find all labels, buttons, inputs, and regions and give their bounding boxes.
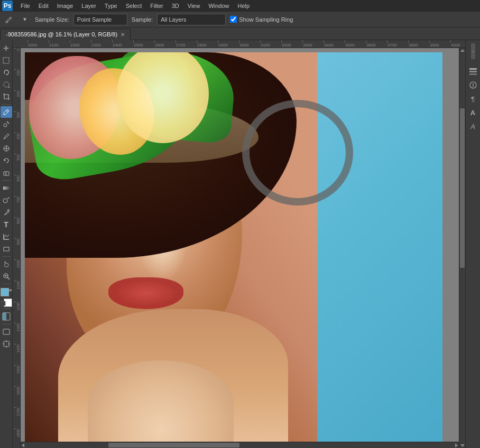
menu-view[interactable]: View [184, 2, 204, 10]
properties-panel-toggle[interactable] [467, 79, 479, 91]
menu-image[interactable]: Image [53, 2, 77, 10]
svg-line-6 [7, 122, 9, 124]
dodge-tool[interactable] [1, 194, 12, 206]
ruler-h-mark: 2800 [197, 40, 218, 48]
toolbar-divider-6 [2, 324, 11, 324]
ruler-h-mark: 2500 [133, 40, 154, 48]
menu-select[interactable]: Select [122, 2, 146, 10]
hand-layer [88, 360, 234, 447]
ruler-v-mark: 1100 [14, 281, 20, 302]
ruler-h-mark: 3400 [324, 40, 345, 48]
screen-mode-tool[interactable] [1, 326, 12, 338]
svg-point-33 [473, 86, 474, 87]
shape-tool[interactable] [1, 243, 12, 255]
ruler-h-mark: 2300 [91, 40, 112, 48]
scroll-right-arrow [455, 443, 458, 447]
character-panel-toggle[interactable]: A [467, 107, 479, 118]
svg-rect-23 [3, 329, 10, 334]
svg-line-3 [8, 87, 10, 88]
menu-edit[interactable]: Edit [35, 2, 52, 10]
ruler-h-mark: 4000 [450, 40, 465, 48]
toolbar-divider-4 [2, 284, 11, 284]
ruler-h-mark: 3000 [239, 40, 260, 48]
menu-layer[interactable]: Layer [78, 2, 100, 10]
lasso-tool[interactable] [1, 67, 12, 78]
menu-type[interactable]: Type [101, 2, 121, 10]
tab-bar: -908359586.jpg @ 16.1% (Layer 0, RGB/8) … [0, 27, 480, 40]
show-sampling-ring-label[interactable]: Show Sampling Ring [239, 16, 293, 23]
reset-colors-icon[interactable]: ⬛ [1, 301, 6, 306]
app-logo: Ps [2, 1, 13, 11]
show-sampling-ring-checkbox[interactable] [230, 16, 237, 23]
brush-tool[interactable] [1, 130, 12, 142]
eyedropper-options-icon[interactable] [3, 14, 15, 25]
hand-tool[interactable] [1, 258, 12, 270]
quick-mask-tool[interactable] [1, 311, 12, 322]
ruler-h-mark: 3800 [408, 40, 429, 48]
ruler-v-mark: 1400 [14, 344, 20, 365]
vertical-scrollbar[interactable] [459, 48, 465, 448]
eraser-tool[interactable] [1, 167, 12, 179]
marquee-tool[interactable] [1, 54, 12, 66]
scroll-left-arrow [22, 443, 24, 447]
panel-collapse-handle[interactable]: « [471, 43, 475, 59]
tab-close-button[interactable]: ✕ [121, 32, 125, 38]
gradient-tool[interactable] [1, 182, 12, 194]
toolbar-divider-5 [2, 309, 11, 309]
ruler-v-mark: 1600 [14, 386, 20, 407]
path-select-tool[interactable] [1, 231, 12, 242]
options-expand-icon[interactable]: ▼ [19, 14, 31, 25]
clone-stamp-tool[interactable] [1, 143, 12, 154]
sample-select[interactable]: All Layers Current Layer Current & Below [157, 14, 226, 25]
pen-tool[interactable] [1, 207, 12, 218]
active-tab[interactable]: -908359586.jpg @ 16.1% (Layer 0, RGB/8) … [0, 29, 131, 40]
scroll-up-arrow [460, 49, 465, 52]
sample-size-dropdown-wrapper[interactable]: Point Sample 3 by 3 Average 5 by 5 Avera… [73, 14, 127, 25]
ruler-v-mark: 1500 [14, 365, 20, 386]
ruler-v-mark: 200 [14, 90, 20, 111]
layers-panel-toggle[interactable] [467, 66, 479, 77]
menu-window[interactable]: Window [205, 2, 233, 10]
libraries-panel-toggle[interactable]: ¶ [467, 93, 479, 105]
horizontal-scrollbar[interactable] [21, 442, 459, 448]
swap-colors-icon[interactable]: ⇄ [8, 288, 12, 293]
lips-layer [108, 277, 183, 309]
foreground-color-swatch[interactable] [1, 288, 9, 296]
history-brush-tool[interactable] [1, 155, 12, 166]
ruler-h-mark: 3200 [281, 40, 302, 48]
options-bar: ▼ Sample Size: Point Sample 3 by 3 Avera… [0, 12, 480, 27]
ruler-v-mark: 800 [14, 217, 20, 238]
photo-canvas[interactable] [25, 52, 442, 447]
toolbar-divider-3 [2, 256, 11, 257]
svg-point-5 [4, 124, 7, 127]
horizontal-ruler: 2000 2100 2200 2300 2400 2500 2600 2700 … [13, 40, 465, 48]
ruler-h-mark: 3700 [387, 40, 408, 48]
ruler-h-mark: 3100 [260, 40, 281, 48]
canvas-area[interactable] [21, 48, 465, 448]
sample-dropdown-wrapper[interactable]: All Layers Current Layer Current & Below [157, 14, 226, 25]
paragraph-panel-toggle[interactable]: A [467, 120, 479, 132]
svg-point-2 [4, 82, 9, 87]
type-tool[interactable]: T [1, 219, 12, 230]
menu-help[interactable]: Help [234, 2, 254, 10]
ruler-v-mark: 300 [14, 111, 20, 133]
menu-filter[interactable]: Filter [146, 2, 167, 10]
artboard-tool[interactable] [1, 338, 12, 350]
show-sampling-ring-wrapper: Show Sampling Ring [230, 16, 293, 23]
menu-3d[interactable]: 3D [168, 2, 183, 10]
move-tool[interactable]: ✛ [1, 42, 12, 54]
spot-heal-tool[interactable] [1, 118, 12, 130]
crop-tool[interactable] [1, 91, 12, 102]
zoom-tool[interactable] [1, 270, 12, 282]
scroll-h-thumb[interactable] [108, 443, 240, 447]
ruler-h-mark: 2700 [176, 40, 197, 48]
svg-rect-12 [3, 186, 10, 190]
eyedropper-tool[interactable] [1, 106, 12, 118]
left-toolbar: ✛ [0, 40, 13, 448]
scroll-thumb[interactable] [460, 108, 465, 268]
quick-select-tool[interactable] [1, 79, 12, 90]
menu-file[interactable]: File [17, 2, 34, 10]
sample-size-select[interactable]: Point Sample 3 by 3 Average 5 by 5 Avera… [73, 14, 127, 25]
workspace-wrapper: 2000 2100 2200 2300 2400 2500 2600 2700 … [13, 40, 465, 448]
svg-rect-30 [469, 71, 477, 72]
